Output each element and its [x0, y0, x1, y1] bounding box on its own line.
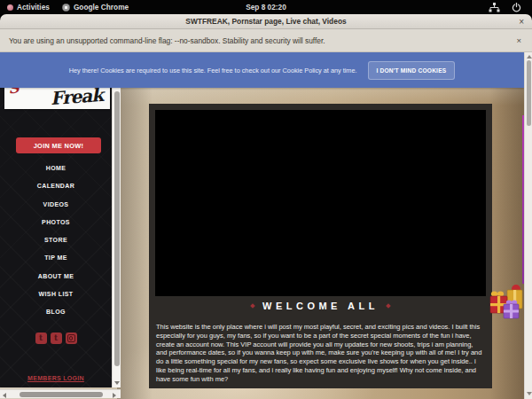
chrome-infobar: You are using an unsupported command-lin… — [0, 29, 532, 52]
sidebar-horizontal-scrollbar[interactable] — [0, 389, 121, 398]
sidebar-item-wish-list[interactable]: WISH LIST — [0, 286, 112, 303]
scroll-down-icon[interactable] — [527, 392, 532, 395]
members-login-link[interactable]: MEMBERS LOGIN — [0, 375, 112, 381]
gnome-top-bar: Activities Google Chrome Sep 8 02:20 — [0, 0, 532, 14]
tumblr-icon[interactable]: t — [51, 332, 62, 344]
network-icon[interactable] — [489, 3, 500, 12]
page-title: SWTFREAK, Pornstar page, Live chat, Vide… — [185, 17, 346, 26]
page-vertical-scrollbar[interactable] — [524, 52, 532, 399]
scroll-up-icon[interactable] — [527, 55, 532, 59]
instagram-icon[interactable] — [66, 332, 77, 344]
twitter-icon[interactable]: t — [35, 332, 47, 344]
activities-label: Activities — [17, 3, 50, 12]
window-titlebar[interactable]: SWTFREAK, Pornstar page, Live chat, Vide… — [0, 14, 532, 29]
welcome-paragraph: This website is the only place where i w… — [156, 323, 484, 384]
page-viewport: S Freak JOIN ME NOW! HOME CALENDAR VIDEO… — [0, 52, 532, 399]
social-links: t t — [0, 332, 112, 344]
gifts-graphic[interactable] — [489, 281, 527, 331]
sidebar-item-photos[interactable]: PHOTOS — [0, 214, 112, 231]
infobar-message: You are using an unsupported command-lin… — [0, 36, 325, 45]
activities-icon — [7, 4, 13, 11]
cookie-accept-button[interactable]: I DON'T MIND COOKIES — [368, 61, 456, 80]
sidebar-item-tip-me[interactable]: TIP ME — [0, 249, 112, 267]
cookie-message: Hey there! Cookies are required to use t… — [69, 66, 357, 74]
app-menu-button[interactable]: Google Chrome — [62, 3, 129, 12]
diamond-bullet-icon — [250, 303, 255, 309]
activities-button[interactable]: Activities — [7, 3, 50, 12]
sidebar-vertical-scrollbar[interactable] — [112, 88, 121, 387]
infobar-close-icon[interactable]: × — [516, 35, 521, 45]
sidebar-item-calendar[interactable]: CALENDAR — [0, 177, 112, 195]
scroll-right-icon[interactable] — [113, 393, 116, 398]
video-player[interactable] — [155, 110, 486, 296]
scroll-down-icon[interactable] — [114, 381, 120, 385]
sidebar-scrollbar-thumb[interactable] — [114, 91, 120, 366]
sidebar-item-home[interactable]: HOME — [0, 160, 112, 177]
page-scrollbar-thumb[interactable] — [527, 60, 531, 126]
sidebar-hscrollbar-thumb[interactable] — [20, 392, 103, 397]
sidebar-item-about-me[interactable]: ABOUT ME — [0, 268, 112, 286]
cookie-banner: Hey there! Cookies are required to use t… — [0, 52, 524, 88]
desktop-screen: Activities Google Chrome Sep 8 02:20 — [0, 0, 532, 399]
chrome-icon — [62, 4, 70, 12]
diamond-bullet-icon — [386, 303, 391, 309]
welcome-heading: WELCOME ALL — [149, 301, 492, 311]
sidebar-item-videos[interactable]: VIDEOS — [0, 196, 112, 214]
app-menu-label: Google Chrome — [74, 3, 129, 12]
sidebar-item-blog[interactable]: BLOG — [0, 303, 112, 321]
content-panel: WELCOME ALL This website is the only pla… — [149, 104, 492, 388]
sidebar-item-store[interactable]: STORE — [0, 231, 112, 249]
power-icon[interactable] — [512, 3, 521, 12]
window-close-button[interactable]: × — [519, 17, 524, 27]
join-me-now-button[interactable]: JOIN ME NOW! — [16, 137, 101, 153]
logo-script-text: Freak — [50, 84, 103, 109]
sidebar: S Freak JOIN ME NOW! HOME CALENDAR VIDEO… — [0, 52, 112, 387]
sidebar-menu: HOME CALENDAR VIDEOS PHOTOS STORE TIP ME… — [0, 160, 112, 322]
scroll-left-icon[interactable] — [3, 393, 6, 398]
